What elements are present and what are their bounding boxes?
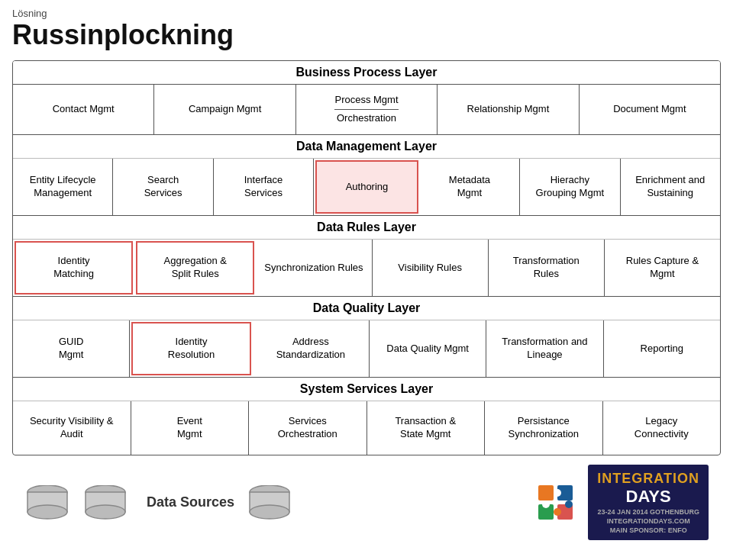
address-standardization: AddressStandardization <box>253 320 370 377</box>
svg-point-15 <box>554 508 561 516</box>
data-quality-mgmt: Data Quality Mgmt <box>370 320 486 377</box>
svg-point-14 <box>542 500 550 508</box>
guid-mgmt: GUIDMgmt <box>13 320 130 377</box>
svg-point-5 <box>86 505 125 519</box>
business-process-layer: Business Process Layer Contact Mgmt Camp… <box>13 61 720 135</box>
identity-resolution: IdentityResolution <box>131 322 250 375</box>
persistance-synchronization: PersistanceSynchronization <box>485 401 603 455</box>
interface-services: InterfaceServices <box>214 159 314 215</box>
data-management-title: Data Management Layer <box>13 135 720 158</box>
authoring: Authoring <box>315 160 418 214</box>
data-quality-layer: Data Quality Layer GUIDMgmt IdentityReso… <box>13 297 720 378</box>
integration-days-logo: INTEGRATION DAYS 23-24 JAN 2014 GOTHENBU… <box>588 465 709 540</box>
entity-lifecycle-mgmt: Entity LifecycleManagement <box>13 159 113 215</box>
relationship-mgmt: Relationship Mgmt <box>438 85 579 134</box>
svg-point-16 <box>565 500 573 508</box>
svg-point-13 <box>554 489 561 497</box>
svg-point-2 <box>27 505 67 519</box>
system-services-title: System Services Layer <box>13 378 720 401</box>
data-rules-layer: Data Rules Layer IdentityMatching Aggreg… <box>13 216 720 297</box>
transformation-rules: TransformationRules <box>489 240 605 296</box>
rules-capture-mgmt: Rules Capture &Mgmt <box>605 240 720 296</box>
integration-title: INTEGRATION <box>597 471 699 487</box>
page-title: Russinplockning <box>12 19 721 51</box>
system-services-layer: System Services Layer Security Visibilit… <box>13 378 720 455</box>
data-quality-title: Data Quality Layer <box>13 297 720 320</box>
integration-days-text: DAYS <box>597 487 699 507</box>
transaction-state-mgmt: Transaction &State Mgmt <box>367 401 486 455</box>
identity-matching: IdentityMatching <box>15 241 133 294</box>
campaign-mgmt: Campaign Mgmt <box>154 85 295 134</box>
drum-icon-2 <box>82 485 128 520</box>
integration-date: 23-24 JAN 2014 GOTHENBURG <box>597 508 699 516</box>
integration-website: INTEGRATIONDAYS.COM <box>607 517 690 525</box>
document-mgmt: Document Mgmt <box>580 85 720 134</box>
contact-mgmt: Contact Mgmt <box>13 85 154 134</box>
services-orchestration: ServicesOrchestration <box>249 401 367 455</box>
synchronization-rules: Synchronization Rules <box>256 240 372 296</box>
drum-icon-3 <box>247 485 292 520</box>
hierachy-grouping-mgmt: HierachyGrouping Mgmt <box>520 159 620 215</box>
svg-rect-9 <box>538 485 554 500</box>
metadata-mgmt: MetadataMgmt <box>420 159 520 215</box>
architecture-diagram: Business Process Layer Contact Mgmt Camp… <box>12 60 721 455</box>
enrichment-sustaining: Enrichment andSustaining <box>621 159 720 215</box>
data-rules-title: Data Rules Layer <box>13 216 720 239</box>
data-management-layer: Data Management Layer Entity LifecycleMa… <box>13 135 720 216</box>
aggregation-split-rules: Aggregation &Split Rules <box>136 241 254 294</box>
security-visibility-audit: Security Visibility &Audit <box>13 401 131 455</box>
drum-icon-1 <box>24 485 70 520</box>
legacy-connectivity: LegacyConnectivity <box>603 401 721 455</box>
subtitle: Lösning <box>12 8 721 19</box>
puzzle-icon <box>534 481 580 523</box>
event-mgmt: EventMgmt <box>131 401 250 455</box>
bottom-area: Data Sources INTEGRATION DAYS 23-24 JAN … <box>12 455 721 549</box>
reporting: Reporting <box>604 320 720 377</box>
search-services: SearchServices <box>113 159 213 215</box>
integration-sponsor: MAIN SPONSOR: ENFO <box>610 526 687 534</box>
visibility-rules: Visibility Rules <box>373 240 489 296</box>
data-sources-label: Data Sources <box>147 494 234 510</box>
transformation-lineage: Transformation andLineage <box>486 320 603 377</box>
business-process-title: Business Process Layer <box>13 61 720 84</box>
svg-point-8 <box>250 505 289 519</box>
process-mgmt-orchestration: Process Mgmt Orchestration <box>296 85 438 134</box>
